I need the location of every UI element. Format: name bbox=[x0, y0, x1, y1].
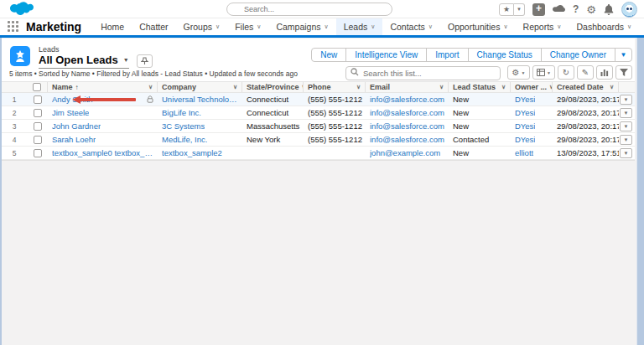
pin-list-button[interactable] bbox=[137, 54, 153, 68]
lead-name-link[interactable]: textbox_sample0 textbox_sample1 bbox=[52, 148, 153, 157]
vertical-scrollbar[interactable] bbox=[636, 38, 644, 345]
app-launcher-icon[interactable] bbox=[8, 21, 18, 33]
list-view-selector[interactable]: All Open Leads ▼ bbox=[39, 54, 129, 69]
charts-button[interactable] bbox=[596, 65, 613, 80]
select-all-checkbox[interactable] bbox=[33, 83, 41, 91]
row-checkbox-cell bbox=[27, 147, 48, 159]
row-actions-dropdown-button[interactable]: ▼ bbox=[620, 148, 632, 158]
notifications-bell-icon[interactable] bbox=[604, 4, 614, 15]
email-link[interactable]: john@example.com bbox=[370, 148, 440, 157]
leads-table: Name↑∨Company∨State/Province∨Phone∨Email… bbox=[2, 81, 635, 160]
owner-link[interactable]: DYesi bbox=[515, 108, 535, 117]
row-checkbox[interactable] bbox=[34, 149, 42, 157]
tab-reports[interactable]: Reports∨ bbox=[516, 18, 569, 35]
tab-contacts[interactable]: Contacts∨ bbox=[382, 18, 440, 35]
phone-cell: (555) 555-1212 bbox=[304, 133, 366, 146]
import-button[interactable]: Import bbox=[426, 48, 468, 62]
column-header-email[interactable]: Email∨ bbox=[366, 82, 449, 92]
tab-home[interactable]: Home bbox=[93, 18, 132, 35]
tab-opportunities[interactable]: Opportunities∨ bbox=[440, 18, 516, 35]
gear-icon: ⚙ bbox=[512, 66, 520, 79]
company-link[interactable]: Universal Technologies bbox=[162, 95, 238, 104]
lock-icon bbox=[147, 95, 153, 103]
chevron-down-icon[interactable]: ∨ bbox=[607, 84, 614, 90]
chevron-down-icon[interactable]: ∨ bbox=[547, 84, 553, 90]
owner-link[interactable]: DYesi bbox=[515, 95, 535, 104]
help-icon[interactable]: ? bbox=[573, 3, 579, 16]
owner-link[interactable]: DYesi bbox=[515, 135, 535, 144]
company-link[interactable]: MedLife, Inc. bbox=[162, 135, 207, 144]
favorites-button-group: ★ ▼ bbox=[499, 3, 525, 16]
list-actions-more-button[interactable]: ▼ bbox=[615, 48, 632, 62]
company-link[interactable]: textbox_sample2 bbox=[162, 148, 222, 157]
owner-cell: elliott bbox=[511, 147, 553, 159]
guidance-center-icon[interactable] bbox=[553, 5, 565, 14]
row-actions-dropdown-button[interactable]: ▼ bbox=[620, 121, 632, 131]
row-checkbox[interactable] bbox=[34, 136, 42, 144]
change-owner-button[interactable]: Change Owner bbox=[541, 48, 615, 62]
chevron-down-icon[interactable]: ∨ bbox=[146, 84, 153, 90]
company-cell: textbox_sample2 bbox=[158, 147, 242, 159]
column-header-phone[interactable]: Phone∨ bbox=[304, 82, 366, 92]
email-link[interactable]: info@salesforce.com bbox=[370, 108, 444, 117]
chevron-down-icon[interactable]: ∨ bbox=[499, 84, 506, 90]
lead-name-link[interactable]: Sarah Loehr bbox=[52, 135, 96, 144]
inline-edit-button[interactable]: ✎ bbox=[577, 65, 594, 80]
setup-gear-icon[interactable]: ⚙ bbox=[586, 3, 596, 16]
tab-campaigns[interactable]: Campaigns∨ bbox=[268, 18, 335, 35]
list-search-input[interactable] bbox=[345, 66, 501, 80]
column-header-created-date[interactable]: Created Date∨ bbox=[553, 82, 619, 92]
column-header-company[interactable]: Company∨ bbox=[158, 82, 242, 92]
app-name[interactable]: Marketing bbox=[26, 20, 81, 33]
salesforce-logo-icon[interactable] bbox=[10, 2, 34, 17]
global-search-input[interactable] bbox=[226, 3, 392, 16]
user-avatar[interactable] bbox=[621, 2, 637, 18]
owner-link[interactable]: DYesi bbox=[515, 121, 535, 131]
chevron-down-icon[interactable]: ∨ bbox=[437, 84, 444, 90]
column-header-state-province[interactable]: State/Province∨ bbox=[242, 82, 304, 92]
email-link[interactable]: info@salesforce.com bbox=[370, 135, 444, 144]
chevron-down-icon[interactable]: ∨ bbox=[231, 84, 237, 90]
new-button[interactable]: New bbox=[311, 48, 346, 62]
email-link[interactable]: info@salesforce.com bbox=[370, 121, 444, 131]
row-actions-dropdown-button[interactable]: ▼ bbox=[620, 108, 632, 118]
row-actions-dropdown-button[interactable]: ▼ bbox=[620, 135, 632, 145]
company-link[interactable]: 3C Systems bbox=[162, 121, 205, 131]
list-view-controls-button[interactable]: ⚙▼ bbox=[507, 65, 530, 80]
table-body: 1Andy SmithUniversal TechnologiesConnect… bbox=[2, 93, 635, 160]
tab-label: Dashboards bbox=[576, 22, 624, 32]
owner-link[interactable]: elliott bbox=[515, 148, 533, 157]
lead-name-link[interactable]: Jim Steele bbox=[52, 108, 89, 117]
favorites-dropdown-icon[interactable]: ▼ bbox=[514, 3, 525, 16]
row-checkbox[interactable] bbox=[34, 122, 42, 131]
lead-name-link[interactable]: Andy Smith bbox=[52, 95, 93, 104]
lead-name-link[interactable]: John Gardner bbox=[52, 121, 101, 131]
tab-dashboards[interactable]: Dashboards∨ bbox=[569, 18, 639, 35]
tab-files[interactable]: Files∨ bbox=[227, 18, 268, 35]
tab-leads[interactable]: Leads∨ bbox=[336, 18, 383, 35]
row-checkbox[interactable] bbox=[34, 95, 42, 104]
column-header-name[interactable]: Name↑∨ bbox=[48, 82, 158, 92]
company-link[interactable]: BigLife Inc. bbox=[162, 108, 201, 117]
email-link[interactable]: info@salesforce.com bbox=[370, 95, 444, 104]
state-cell: Massachusetts bbox=[242, 120, 304, 132]
column-header-lead-status[interactable]: Lead Status∨ bbox=[449, 82, 511, 92]
row-actions-dropdown-button[interactable]: ▼ bbox=[620, 95, 632, 105]
tab-groups[interactable]: Groups∨ bbox=[176, 18, 228, 35]
display-format-button[interactable]: ▼ bbox=[532, 65, 555, 80]
favorites-star-icon[interactable]: ★ bbox=[499, 3, 514, 16]
intelligence-view-button[interactable]: Intelligence View bbox=[345, 48, 427, 62]
filter-button[interactable] bbox=[615, 65, 632, 80]
refresh-button[interactable]: ↻ bbox=[558, 65, 574, 80]
row-checkbox[interactable] bbox=[34, 109, 42, 117]
change-status-button[interactable]: Change Status bbox=[468, 48, 542, 62]
phone-cell: (555) 555-1212 bbox=[304, 120, 366, 132]
email-cell: info@salesforce.com bbox=[366, 133, 449, 146]
column-header-owner[interactable]: Owner ...∨ bbox=[511, 82, 553, 92]
chevron-down-icon[interactable]: ∨ bbox=[354, 84, 361, 90]
chart-icon bbox=[600, 69, 609, 76]
table-header-row: Name↑∨Company∨State/Province∨Phone∨Email… bbox=[2, 81, 635, 93]
state-cell: New York bbox=[242, 133, 304, 146]
global-actions-plus-icon[interactable]: + bbox=[532, 3, 545, 16]
tab-chatter[interactable]: Chatter bbox=[132, 18, 175, 35]
